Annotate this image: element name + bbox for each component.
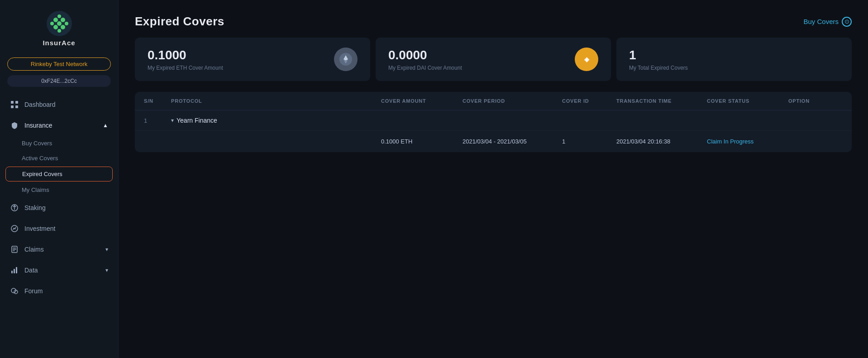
sidebar-item-insurance[interactable]: Insurance ▲ <box>0 115 118 136</box>
main-header: Expired Covers Buy Covers ⊙ <box>119 0 868 38</box>
staking-label: Staking <box>24 204 46 211</box>
th-sn: S/N <box>144 98 171 104</box>
staking-icon <box>10 203 19 212</box>
protocol-chevron-icon: ▾ <box>171 117 174 124</box>
svg-rect-19 <box>16 267 17 273</box>
dai-card-content: 0.0000 My Expired DAI Cover Amount <box>388 48 462 71</box>
total-value: 1 <box>629 48 688 62</box>
sidebar-item-active-covers[interactable]: Active Covers <box>0 151 118 166</box>
total-card-content: 1 My Total Expired Covers <box>629 48 688 71</box>
sidebar-item-forum[interactable]: Forum <box>0 281 118 301</box>
protocol-name-label: Yearn Finance <box>176 117 217 124</box>
eth-card-content: 0.1000 My Expired ETH Cover Amount <box>148 48 223 71</box>
table-header: S/N PROTOCOL COVER AMOUNT COVER PERIOD C… <box>135 92 852 110</box>
buy-covers-link[interactable]: Buy Covers ⊙ <box>803 17 852 27</box>
data-chevron: ▾ <box>105 267 108 273</box>
buy-covers-label: Buy Covers <box>803 18 839 25</box>
dashboard-label: Dashboard <box>24 101 56 108</box>
insurance-label: Insurance <box>24 122 52 129</box>
buy-covers-circle-icon: ⊙ <box>842 17 852 27</box>
svg-point-5 <box>57 21 62 26</box>
shield-icon <box>10 121 19 130</box>
insurace-logo <box>46 10 73 37</box>
sidebar-item-expired-covers[interactable]: Expired Covers <box>5 167 113 181</box>
investment-icon <box>10 224 19 233</box>
row-transaction-time: 2021/03/04 20:16:38 <box>616 138 707 145</box>
claims-chevron: ▾ <box>105 246 108 253</box>
total-label: My Total Expired Covers <box>629 65 688 71</box>
table-data-row: 0.1000 ETH 2021/03/04 - 2021/03/05 1 202… <box>135 131 852 152</box>
svg-rect-18 <box>14 269 15 273</box>
row-sn: 1 <box>144 117 171 124</box>
row-protocol: ▾ Yearn Finance <box>171 117 843 124</box>
dai-value: 0.0000 <box>388 48 462 62</box>
dai-label: My Expired DAI Cover Amount <box>388 65 462 71</box>
row-cover-id: 1 <box>562 138 616 145</box>
svg-rect-10 <box>11 101 14 104</box>
svg-point-3 <box>53 25 58 29</box>
svg-point-4 <box>61 25 65 29</box>
th-cover-period: COVER PERIOD <box>463 98 562 104</box>
svg-rect-11 <box>15 101 18 104</box>
svg-point-8 <box>65 22 68 25</box>
svg-point-6 <box>57 14 61 18</box>
svg-rect-12 <box>11 105 14 108</box>
svg-point-2 <box>61 18 65 22</box>
row-cover-amount: 0.1000 ETH <box>381 138 463 145</box>
row-cover-status: Claim In Progress <box>707 138 788 145</box>
dai-stat-card: 0.0000 My Expired DAI Cover Amount ◈ <box>376 38 611 81</box>
svg-rect-17 <box>11 271 13 273</box>
svg-point-7 <box>50 22 54 25</box>
sidebar-item-dashboard[interactable]: Dashboard <box>0 94 118 115</box>
sidebar-nav: Dashboard Insurance ▲ Buy Covers Active … <box>0 94 118 358</box>
sidebar-item-staking[interactable]: Staking <box>0 197 118 218</box>
th-transaction-time: TRANSACTION TIME <box>616 98 707 104</box>
logo-area: InsurAce <box>0 0 118 55</box>
dashboard-icon <box>10 100 19 109</box>
page-title: Expired Covers <box>135 14 224 29</box>
sidebar: InsurAce Rinkeby Test Network 0xF24E...2… <box>0 0 119 358</box>
total-stat-card: 1 My Total Expired Covers <box>616 38 852 81</box>
th-cover-id: COVER ID <box>562 98 616 104</box>
data-icon <box>10 266 19 275</box>
row-cover-period: 2021/03/04 - 2021/03/05 <box>463 138 562 145</box>
sidebar-item-buy-covers[interactable]: Buy Covers <box>0 136 118 151</box>
address-button[interactable]: 0xF24E...2cCc <box>7 75 111 87</box>
claims-label: Claims <box>24 246 44 253</box>
th-protocol: PROTOCOL <box>171 98 381 104</box>
eth-stat-card: 0.1000 My Expired ETH Cover Amount <box>135 38 370 81</box>
stat-cards-container: 0.1000 My Expired ETH Cover Amount 0.000… <box>119 38 868 92</box>
svg-rect-13 <box>15 105 18 108</box>
sidebar-item-my-claims[interactable]: My Claims <box>0 182 118 197</box>
eth-coin-icon <box>334 48 358 71</box>
sidebar-item-claims[interactable]: Claims ▾ <box>0 239 118 260</box>
forum-label: Forum <box>24 287 43 295</box>
logo-label: InsurAce <box>43 39 75 47</box>
th-cover-status: COVER STATUS <box>707 98 788 104</box>
main-content: Expired Covers Buy Covers ⊙ 0.1000 My Ex… <box>119 0 868 358</box>
insurance-chevron: ▲ <box>103 122 108 129</box>
th-cover-amount: COVER AMOUNT <box>381 98 463 104</box>
network-button[interactable]: Rinkeby Test Network <box>7 57 111 71</box>
forum-icon <box>10 286 19 296</box>
data-label: Data <box>24 267 38 274</box>
dai-coin-icon: ◈ <box>575 48 598 71</box>
sidebar-item-data[interactable]: Data ▾ <box>0 260 118 281</box>
sidebar-item-investment[interactable]: Investment <box>0 218 118 239</box>
expired-covers-table: S/N PROTOCOL COVER AMOUNT COVER PERIOD C… <box>135 92 852 152</box>
claims-icon <box>10 245 19 254</box>
table-row: 1 ▾ Yearn Finance <box>135 110 852 131</box>
svg-text:◈: ◈ <box>584 56 590 63</box>
th-option: OPTION <box>788 98 843 104</box>
eth-label: My Expired ETH Cover Amount <box>148 65 223 71</box>
table-section: S/N PROTOCOL COVER AMOUNT COVER PERIOD C… <box>119 92 868 152</box>
investment-label: Investment <box>24 225 55 232</box>
svg-point-1 <box>53 18 58 22</box>
svg-point-9 <box>57 29 61 33</box>
eth-value: 0.1000 <box>148 48 223 62</box>
